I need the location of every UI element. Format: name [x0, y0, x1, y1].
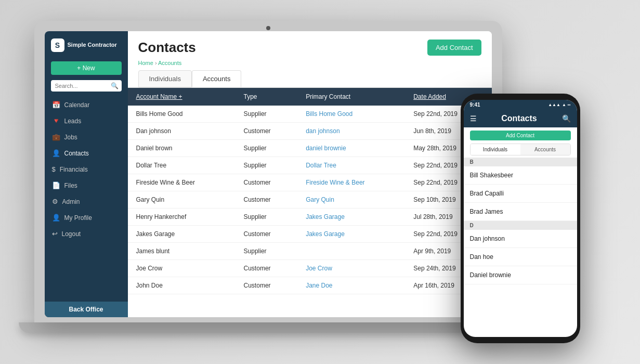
cell-account-name: Dan johnson: [128, 123, 236, 140]
table-row[interactable]: Gary Quin Customer Gary Quin Sep 10th, 2…: [128, 191, 492, 209]
phone-list-item[interactable]: Brad Capalli: [464, 185, 577, 203]
sidebar-item-my-profile[interactable]: 👤 My Profile: [45, 210, 128, 226]
cell-primary-contact[interactable]: Joe Crow: [297, 260, 405, 277]
phone-status-bar: 9:41 ▲▲▲ ▲ ▪▪: [464, 100, 577, 110]
main-content: Contacts Add Contact Home › Accounts Ind…: [128, 31, 492, 317]
financials-icon: $: [52, 165, 56, 173]
phone-tab-accounts[interactable]: Accounts: [520, 144, 570, 155]
phone-menu-icon[interactable]: ☰: [470, 114, 477, 123]
table-row[interactable]: Dollar Tree Supplier Dollar Tree Sep 22n…: [128, 157, 492, 174]
laptop-camera: [266, 26, 270, 30]
cell-primary-contact[interactable]: Fireside Wine & Beer: [297, 174, 405, 191]
sidebar-item-label: Calendar: [64, 101, 90, 109]
cell-primary-contact[interactable]: Dollar Tree: [297, 157, 405, 174]
cell-type: Customer: [236, 191, 298, 209]
phone-status-icons: ▲▲▲ ▲ ▪▪: [548, 102, 570, 107]
cell-primary-contact[interactable]: Gary Quin: [297, 191, 405, 209]
sidebar-item-admin[interactable]: ⚙ Admin: [45, 193, 128, 210]
jobs-icon: 💼: [52, 133, 60, 141]
phone-page-title: Contacts: [477, 114, 562, 123]
sidebar-item-files[interactable]: 📄 Files: [45, 177, 128, 193]
laptop-base: [19, 322, 518, 333]
profile-icon: 👤: [52, 214, 60, 222]
main-header: Contacts Add Contact: [128, 31, 492, 60]
cell-type: Supplier: [236, 140, 298, 157]
table-row[interactable]: Dan johnson Customer dan johnson Jun 8th…: [128, 123, 492, 140]
table-row[interactable]: Fireside Wine & Beer Customer Fireside W…: [128, 174, 492, 191]
battery-icon: ▪▪: [568, 102, 571, 107]
phone-list-item[interactable]: Dan hoe: [464, 248, 577, 266]
col-type: Type: [236, 88, 298, 106]
cell-type: Customer: [236, 277, 298, 294]
cell-primary-contact[interactable]: Bills Home Good: [297, 106, 405, 123]
cell-type: Supplier: [236, 157, 298, 174]
sidebar-item-label: Jobs: [64, 134, 77, 141]
wifi-icon: ▲: [562, 102, 566, 107]
table-row[interactable]: Henry Hankerchef Supplier Jakes Garage J…: [128, 209, 492, 226]
phone-list-item[interactable]: Dan johnson: [464, 230, 577, 248]
phone-section-header: D: [464, 221, 577, 230]
cell-type: Supplier: [236, 243, 298, 260]
table-row[interactable]: James blunt Supplier Apr 9th, 2019: [128, 243, 492, 260]
contacts-icon: 👤: [52, 149, 60, 157]
breadcrumb-home[interactable]: Home: [138, 60, 153, 66]
cell-type: Supplier: [236, 209, 298, 226]
app-name: Simple Contractor: [68, 42, 117, 48]
cell-primary-contact[interactable]: daniel brownie: [297, 140, 405, 157]
cell-primary-contact[interactable]: Jakes Garage: [297, 226, 405, 243]
phone-time: 9:41: [470, 102, 480, 108]
cell-account-name: John Doe: [128, 277, 236, 294]
cell-primary-contact[interactable]: dan johnson: [297, 123, 405, 140]
phone-section-header: B: [464, 158, 577, 166]
col-account-name[interactable]: Account Name +: [128, 88, 236, 106]
cell-type: Supplier: [236, 106, 298, 123]
table-row[interactable]: Bills Home Good Supplier Bills Home Good…: [128, 106, 492, 123]
page-title: Contacts: [138, 40, 196, 56]
logo-icon: S: [51, 38, 64, 52]
data-table: Account Name + Type Primary Contact Date…: [128, 88, 492, 317]
sidebar-item-financials[interactable]: $ Financials: [45, 161, 128, 177]
sidebar-item-contacts[interactable]: 👤 Contacts: [45, 145, 128, 161]
table-row[interactable]: John Doe Customer Jane Doe Apr 16th, 201…: [128, 277, 492, 294]
tab-accounts[interactable]: Accounts: [192, 70, 241, 87]
leads-icon: 🔻: [52, 117, 60, 125]
phone-list-item[interactable]: Bill Shakesbeer: [464, 166, 577, 185]
tab-individuals[interactable]: Individuals: [138, 70, 192, 87]
phone-search-icon[interactable]: 🔍: [562, 114, 571, 123]
cell-type: Customer: [236, 260, 298, 277]
phone-list-item[interactable]: Brad James: [464, 203, 577, 221]
phone-add-contact-button[interactable]: Add Contact: [470, 131, 571, 140]
table-row[interactable]: Joe Crow Customer Joe Crow Sep 24th, 201…: [128, 260, 492, 277]
table-row[interactable]: Jakes Garage Customer Jakes Garage Sep 2…: [128, 226, 492, 243]
add-contact-button[interactable]: Add Contact: [427, 40, 481, 56]
sidebar-item-leads[interactable]: 🔻 Leads: [45, 113, 128, 129]
cell-primary-contact[interactable]: Jakes Garage: [297, 209, 405, 226]
sidebar-item-logout[interactable]: ↩ Logout: [45, 226, 128, 242]
calendar-icon: 📅: [52, 101, 60, 109]
sidebar-item-label: Logout: [62, 230, 81, 238]
phone-header: ☰ Contacts 🔍: [464, 110, 577, 127]
phone-tabs: Individuals Accounts: [470, 144, 571, 155]
search-field[interactable]: 🔍: [51, 80, 122, 92]
sidebar: S Simple Contractor + New 🔍 📅 Calendar: [45, 31, 128, 317]
cell-account-name: Gary Quin: [128, 191, 236, 209]
sidebar-item-jobs[interactable]: 💼 Jobs: [45, 129, 128, 145]
new-button[interactable]: + New: [51, 61, 122, 75]
col-primary-contact: Primary Contact: [297, 88, 405, 106]
sidebar-item-label: Files: [64, 182, 77, 189]
cell-primary-contact[interactable]: Jane Doe: [297, 277, 405, 294]
cell-account-name: Joe Crow: [128, 260, 236, 277]
signal-icon: ▲▲▲: [548, 102, 560, 107]
breadcrumb: Home › Accounts: [128, 60, 492, 70]
cell-type: Customer: [236, 123, 298, 140]
cell-type: Customer: [236, 226, 298, 243]
cell-type: Customer: [236, 174, 298, 191]
phone-tab-individuals[interactable]: Individuals: [471, 144, 520, 155]
phone: 9:41 ▲▲▲ ▲ ▪▪ ☰ Contacts 🔍 Add Contact I…: [461, 94, 580, 343]
table-row[interactable]: Daniel brown Supplier daniel brownie May…: [128, 140, 492, 157]
phone-list-item[interactable]: Daniel brownie: [464, 266, 577, 284]
sidebar-item-label: Admin: [62, 198, 80, 205]
breadcrumb-section: Accounts: [158, 60, 181, 66]
sidebar-item-label: Contacts: [64, 150, 89, 157]
sidebar-item-calendar[interactable]: 📅 Calendar: [45, 97, 128, 113]
